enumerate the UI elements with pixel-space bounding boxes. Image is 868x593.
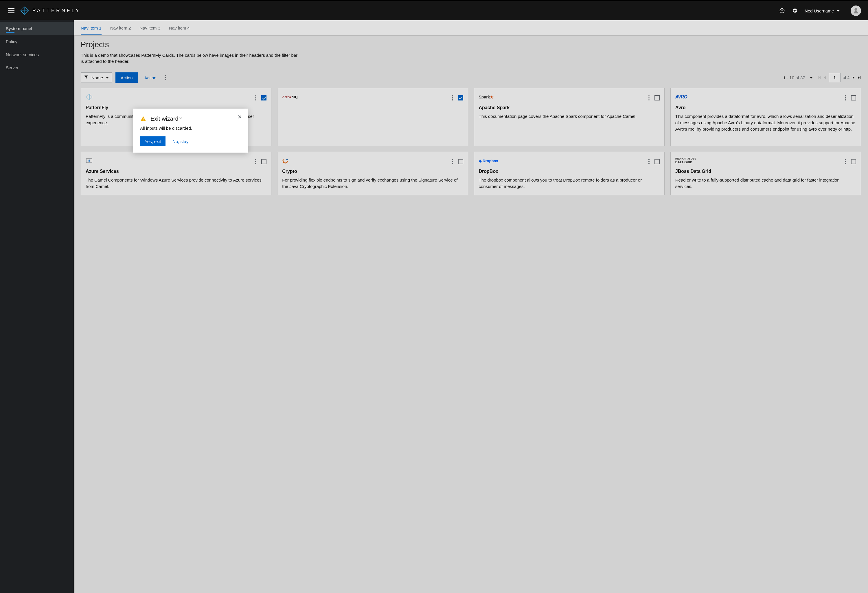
modal-cancel-button[interactable]: No, stay xyxy=(170,136,191,146)
card-body: This documentation page covers the Apach… xyxy=(479,113,660,120)
card-checkbox[interactable] xyxy=(458,159,463,164)
card-kebab[interactable] xyxy=(647,157,652,167)
patternfly-logo-icon xyxy=(86,93,93,101)
card-jboss-data-grid[interactable]: RED HAT JBOSSDATA GRID JBoss Data Grid R… xyxy=(670,152,861,195)
page-title: Projects xyxy=(81,40,861,49)
tab-nav-item-2[interactable]: Nav item 2 xyxy=(110,20,131,35)
card-body: For providing flexible endpoints to sign… xyxy=(282,177,463,190)
pagination: 1 - 10 of 37 of 4 xyxy=(783,73,861,82)
card-checkbox[interactable] xyxy=(654,95,660,101)
tab-nav-item-1[interactable]: Nav item 1 xyxy=(81,20,102,35)
pager-first-button[interactable] xyxy=(817,75,821,80)
masthead-tools: Ned Username xyxy=(779,6,861,16)
card-apache-spark[interactable]: Spark★ Apache Spark This documentation p… xyxy=(474,88,664,146)
modal-title: Exit wizard? xyxy=(151,115,182,122)
toolbar: Name Action Action 1 - 10 of 37 xyxy=(74,70,868,85)
toolbar-kebab[interactable] xyxy=(162,73,168,83)
secondary-nav: Nav item 1 Nav item 2 Nav item 3 Nav ite… xyxy=(74,20,868,35)
help-icon[interactable] xyxy=(779,8,785,13)
page-header: Projects This is a demo that showcases P… xyxy=(74,35,868,70)
pager-last-button[interactable] xyxy=(858,75,861,80)
spark-logo-icon: Spark★ xyxy=(479,93,494,101)
card-body: The dropbox component allows you to trea… xyxy=(479,177,660,190)
pagination-range: 1 - 10 xyxy=(783,75,794,80)
user-menu[interactable]: Ned Username xyxy=(805,8,840,13)
activemq-logo-icon: ActiveMQ xyxy=(282,93,297,101)
card-kebab[interactable] xyxy=(647,93,652,103)
card-checkbox[interactable] xyxy=(458,95,463,101)
filter-dropdown[interactable]: Name xyxy=(81,72,112,83)
card-body: This component provides a dataformat for… xyxy=(675,113,856,132)
card-checkbox[interactable] xyxy=(261,95,266,101)
card-body: Read or write to a fully-supported distr… xyxy=(675,177,856,190)
dropbox-logo-icon: ◆ Dropbox xyxy=(479,157,498,165)
card-checkbox[interactable] xyxy=(654,159,660,164)
jboss-logo-icon: RED HAT JBOSSDATA GRID xyxy=(675,157,696,165)
chevron-down-icon xyxy=(106,77,109,78)
sidebar-item-policy[interactable]: Policy xyxy=(0,35,74,48)
action-primary-button[interactable]: Action xyxy=(115,72,138,83)
masthead: PATTERNFLY Ned Username xyxy=(0,0,868,20)
modal-close-button[interactable]: ✕ xyxy=(238,114,242,120)
items-per-page-toggle[interactable] xyxy=(810,77,813,78)
card-title: JBoss Data Grid xyxy=(675,169,856,174)
tab-nav-item-4[interactable]: Nav item 4 xyxy=(169,20,190,35)
card-checkbox[interactable] xyxy=(261,159,266,164)
card-avro[interactable]: AVRO Avro This component provides a data… xyxy=(670,88,861,146)
card-kebab[interactable] xyxy=(253,93,258,103)
exit-wizard-modal: Exit wizard? ✕ All inputs will be discar… xyxy=(133,109,248,152)
card-kebab[interactable] xyxy=(843,157,848,167)
card-title: Azure Services xyxy=(86,169,266,174)
svg-rect-4 xyxy=(143,120,143,120)
filter-label: Name xyxy=(92,75,103,80)
sidebar: System panel Policy Network services Ser… xyxy=(0,20,74,593)
sidebar-item-system-panel[interactable]: System panel xyxy=(0,22,74,35)
brand-name: PATTERNFLY xyxy=(32,8,81,13)
warning-icon xyxy=(140,116,146,122)
page-number-input[interactable] xyxy=(829,73,840,82)
svg-point-2 xyxy=(286,159,288,160)
card-kebab[interactable] xyxy=(253,157,258,167)
card-body: The Camel Components for Windows Azure S… xyxy=(86,177,266,190)
avatar[interactable] xyxy=(851,6,861,16)
user-name: Ned Username xyxy=(805,8,834,13)
azure-logo-icon xyxy=(86,157,93,165)
card-title: DropBox xyxy=(479,169,660,174)
card-title: Avro xyxy=(675,105,856,110)
chevron-down-icon xyxy=(837,10,840,12)
card-kebab[interactable] xyxy=(843,93,848,103)
svg-rect-3 xyxy=(143,118,143,120)
pager-prev-button[interactable] xyxy=(823,75,827,80)
crypto-logo-icon xyxy=(282,157,289,165)
card-dropbox[interactable]: ◆ Dropbox DropBox The dropbox component … xyxy=(474,152,664,195)
brand: PATTERNFLY xyxy=(20,6,81,15)
pager-next-button[interactable] xyxy=(852,75,855,80)
sidebar-item-network-services[interactable]: Network services xyxy=(0,48,74,61)
card-kebab[interactable] xyxy=(450,93,455,103)
card-checkbox[interactable] xyxy=(851,95,856,101)
card-title: Apache Spark xyxy=(479,105,660,110)
card-checkbox[interactable] xyxy=(851,159,856,164)
card-title: Crypto xyxy=(282,169,463,174)
sidebar-item-server[interactable]: Server xyxy=(0,61,74,74)
modal-body: All inputs will be discarded. xyxy=(140,126,241,130)
gear-icon[interactable] xyxy=(792,8,798,13)
card-azure-services[interactable]: Azure Services The Camel Components for … xyxy=(81,152,272,195)
modal-confirm-button[interactable]: Yes, exit xyxy=(140,136,165,146)
hamburger-menu-button[interactable] xyxy=(6,6,17,16)
card-crypto[interactable]: Crypto For providing flexible endpoints … xyxy=(277,152,468,195)
avro-logo-icon: AVRO xyxy=(675,93,687,101)
page-description: This is a demo that showcases PatternFly… xyxy=(81,52,301,64)
tab-nav-item-3[interactable]: Nav item 3 xyxy=(139,20,160,35)
filter-icon xyxy=(84,75,89,80)
logo-icon xyxy=(20,6,29,15)
card-activemq[interactable]: ActiveMQ xyxy=(277,88,468,146)
card-kebab[interactable] xyxy=(450,157,455,167)
action-link-button[interactable]: Action xyxy=(142,75,159,80)
